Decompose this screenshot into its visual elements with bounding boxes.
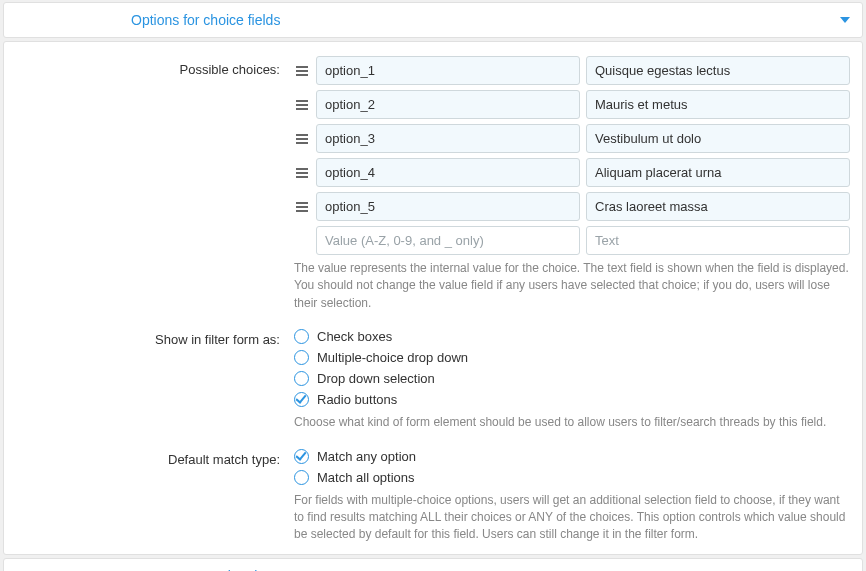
choice-value-input[interactable] [316,192,580,221]
radio-checked-icon [294,392,309,407]
choice-row [294,192,850,221]
label-match-type: Default match type: [16,446,294,467]
filter-option-label: Drop down selection [317,371,435,386]
filter-option[interactable]: Check boxes [294,326,850,347]
match-option[interactable]: Match any option [294,446,850,467]
choice-row [294,124,850,153]
drag-handle-icon[interactable] [294,166,310,180]
choice-row-new [316,226,850,255]
filter-option-label: Multiple-choice drop down [317,350,468,365]
drag-handle-icon[interactable] [294,64,310,78]
label-possible-choices: Possible choices: [16,56,294,77]
choices-content: The value represents the internal value … [294,56,850,312]
choice-row [294,90,850,119]
row-possible-choices: Possible choices: The value represents t… [16,56,850,312]
filter-option[interactable]: Radio buttons [294,389,850,410]
filter-option-label: Check boxes [317,329,392,344]
match-option-label: Match all options [317,470,415,485]
filter-option[interactable]: Multiple-choice drop down [294,347,850,368]
new-choice-value-input[interactable] [316,226,580,255]
filter-option-label: Radio buttons [317,392,397,407]
choice-row [294,56,850,85]
choice-text-input[interactable] [586,158,850,187]
choice-text-input[interactable] [586,56,850,85]
drag-handle-icon[interactable] [294,132,310,146]
filter-hint: Choose what kind of form element should … [294,414,850,431]
radio-checked-icon [294,449,309,464]
section-body: Possible choices: The value represents t… [3,41,863,555]
choice-text-input[interactable] [586,90,850,119]
radio-unchecked-icon [294,329,309,344]
radio-unchecked-icon [294,470,309,485]
match-option-label: Match any option [317,449,416,464]
choice-value-input[interactable] [316,56,580,85]
new-choice-text-input[interactable] [586,226,850,255]
match-content: Match any optionMatch all optionsFor fie… [294,446,850,544]
row-match-type: Default match type: Match any optionMatc… [16,446,850,544]
choice-value-input[interactable] [316,158,580,187]
section-header-general-options[interactable]: General options [3,558,863,571]
match-option[interactable]: Match all options [294,467,850,488]
drag-handle-icon[interactable] [294,200,310,214]
choice-text-input[interactable] [586,192,850,221]
match-hint: For fields with multiple-choice options,… [294,492,850,544]
filter-option[interactable]: Drop down selection [294,368,850,389]
caret-down-icon [840,17,850,23]
choices-hint: The value represents the internal value … [294,260,850,312]
choice-value-input[interactable] [316,124,580,153]
radio-unchecked-icon [294,350,309,365]
choice-text-input[interactable] [586,124,850,153]
choice-value-input[interactable] [316,90,580,119]
drag-handle-icon[interactable] [294,98,310,112]
row-filter-form: Show in filter form as: Check boxesMulti… [16,326,850,431]
choice-row [294,158,850,187]
section-header-choice-options[interactable]: Options for choice fields [3,2,863,38]
radio-unchecked-icon [294,371,309,386]
filter-content: Check boxesMultiple-choice drop downDrop… [294,326,850,431]
label-filter-form: Show in filter form as: [16,326,294,347]
section-title: Options for choice fields [131,12,280,28]
